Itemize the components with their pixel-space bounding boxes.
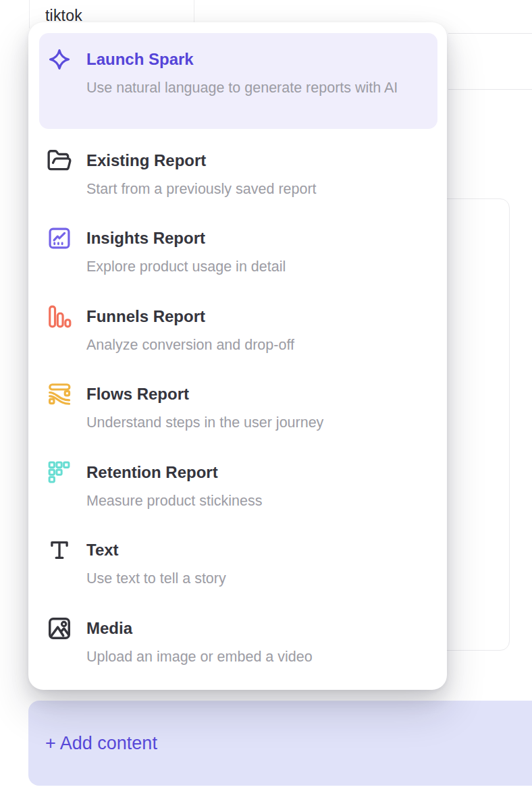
folder-open-icon (46, 147, 73, 174)
menu-item-text[interactable]: Text Use text to tell a story (46, 537, 448, 589)
flows-icon (46, 381, 73, 408)
menu-item-launch-spark[interactable]: Launch Spark Use natural language to gen… (46, 46, 448, 99)
menu-item-existing-report[interactable]: Existing Report Start from a previously … (46, 147, 448, 200)
menu-item-description: Understand steps in the user journey (86, 412, 427, 433)
menu-item-title: Flows Report (86, 385, 427, 404)
menu-item-title: Existing Report (86, 151, 427, 170)
add-content-menu: Launch Spark Use natural language to gen… (28, 22, 447, 690)
menu-item-description: Analyze conversion and drop-off (86, 334, 427, 356)
menu-item-retention-report[interactable]: Retention Report Measure product stickin… (46, 459, 448, 512)
menu-item-title: Text (86, 541, 427, 560)
menu-item-description: Use text to tell a story (86, 568, 427, 589)
menu-item-description: Upload an image or embed a video (86, 646, 427, 668)
menu-item-description: Explore product usage in detail (86, 256, 427, 277)
menu-item-media[interactable]: Media Upload an image or embed a video (46, 615, 448, 668)
background-divider (448, 33, 532, 34)
add-content-button[interactable]: + Add content (28, 701, 532, 786)
menu-item-title: Media (86, 619, 427, 638)
menu-item-title: Launch Spark (86, 50, 427, 69)
menu-item-description: Use natural language to generate reports… (86, 77, 427, 99)
menu-item-description: Start from a previously saved report (86, 178, 427, 200)
menu-item-insights-report[interactable]: Insights Report Explore product usage in… (46, 225, 448, 277)
menu-item-title: Insights Report (86, 229, 427, 248)
background-divider (448, 89, 532, 90)
spark-icon (46, 46, 73, 73)
text-icon (46, 537, 73, 564)
insights-chart-icon (46, 225, 73, 252)
menu-item-title: Funnels Report (86, 307, 427, 326)
media-image-icon (46, 615, 73, 642)
menu-item-title: Retention Report (86, 463, 427, 482)
add-content-label: + Add content (28, 733, 157, 754)
funnel-bars-icon (46, 303, 73, 330)
background-card-border (29, 0, 30, 28)
retention-grid-icon (46, 459, 73, 486)
board-screen: tiktok + Add content Launch Spark Use na… (0, 0, 532, 810)
menu-item-flows-report[interactable]: Flows Report Understand steps in the use… (46, 381, 448, 433)
menu-item-funnels-report[interactable]: Funnels Report Analyze conversion and dr… (46, 303, 448, 356)
menu-item-description: Measure product stickiness (86, 490, 427, 512)
